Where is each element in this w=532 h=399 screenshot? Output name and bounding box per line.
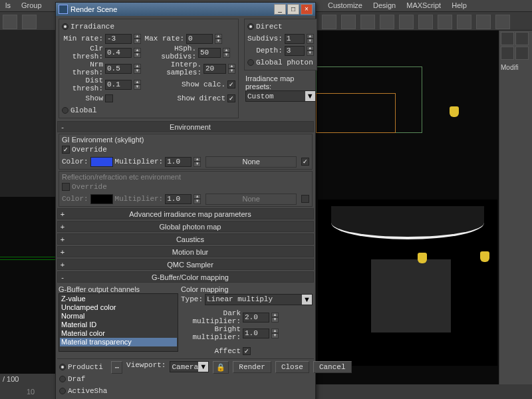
global-radio[interactable] <box>62 107 68 114</box>
menu-item[interactable]: ls <box>0 0 16 11</box>
toolbar-button[interactable] <box>399 15 414 29</box>
caustics-rollout[interactable]: +Caustics <box>57 233 314 245</box>
viewport-perspective[interactable] <box>318 200 497 366</box>
panel-tab[interactable] <box>501 32 514 45</box>
rr-color-swatch[interactable] <box>90 194 113 204</box>
spinner-buttons[interactable]: ▲▼ <box>271 313 279 323</box>
show-calc-checkbox[interactable]: ✓ <box>227 80 235 88</box>
minimize-button[interactable]: _ <box>274 4 286 15</box>
menu-item[interactable]: Customize <box>323 0 368 11</box>
cancel-button[interactable]: Cancel <box>313 361 352 373</box>
max-rate-input[interactable] <box>186 34 213 44</box>
list-item[interactable]: Material ID <box>60 321 177 329</box>
toolbar-button[interactable] <box>495 15 510 29</box>
spinner-buttons[interactable]: ▲▼ <box>228 64 235 74</box>
spinner-buttons[interactable]: ▲▼ <box>134 34 141 44</box>
min-rate-input[interactable] <box>105 34 132 44</box>
toolbar-button[interactable] <box>438 15 452 29</box>
dark-mult-input[interactable] <box>243 313 269 323</box>
viewport-top-left[interactable] <box>0 31 55 197</box>
list-item[interactable]: Normal <box>60 312 177 321</box>
list-item[interactable]: Material color <box>60 329 177 338</box>
toolbar-button[interactable] <box>3 15 17 29</box>
panel-tab[interactable] <box>515 47 529 60</box>
activeshade-radio[interactable] <box>59 388 66 394</box>
gi-environment-group: GI Environment (skylight) ✓Override Colo… <box>59 134 313 170</box>
toolbar-button[interactable] <box>380 15 394 29</box>
gi-color-swatch[interactable] <box>90 157 113 167</box>
time-slider[interactable]: / 100 <box>0 374 60 384</box>
rr-map-checkbox <box>301 195 309 203</box>
gi-map-checkbox[interactable]: ✓ <box>301 158 309 166</box>
irradiance-label: Irradiance <box>70 23 114 31</box>
environment-rollout-header[interactable]: -Environment <box>57 121 314 132</box>
presets-dropdown[interactable]: Custom▼ <box>245 90 316 102</box>
toolbar-button[interactable] <box>341 15 356 29</box>
viewport-label: Viewport: <box>126 361 166 369</box>
maximize-button[interactable]: □ <box>287 4 299 15</box>
toolbar-button[interactable] <box>360 15 375 29</box>
global-photon-radio[interactable] <box>247 59 254 66</box>
menu-item[interactable]: Group <box>16 0 47 11</box>
depth-input[interactable] <box>285 46 305 56</box>
qmc-sampler-rollout[interactable]: +QMC Sampler <box>57 259 314 270</box>
light-icon <box>450 106 459 117</box>
list-item[interactable]: Z-value <box>60 295 177 303</box>
viewport-dropdown[interactable]: Camera01▼ <box>170 361 209 372</box>
toolbar-button[interactable] <box>418 15 433 29</box>
toolbar-button[interactable] <box>322 15 336 29</box>
spinner-buttons[interactable]: ▲▼ <box>307 46 314 56</box>
spinner-buttons[interactable]: ▲▼ <box>223 48 230 58</box>
preset-button[interactable]: ⋯ <box>111 361 122 374</box>
panel-tab[interactable] <box>515 32 529 45</box>
list-item[interactable]: Unclamped color <box>60 303 177 312</box>
lock-button[interactable]: 🔒 <box>213 361 229 374</box>
toolbar-button[interactable] <box>457 15 471 29</box>
gbuffer-rollout[interactable]: -G-Buffer/Color mapping <box>57 271 314 283</box>
close-button[interactable]: Close <box>275 361 309 373</box>
render-scene-dialog: Render Scene _ □ × Irradiance Min rate: … <box>55 2 316 399</box>
close-button[interactable]: × <box>301 4 313 15</box>
production-radio[interactable] <box>59 364 66 370</box>
menu-item[interactable]: MAXScript <box>401 0 446 11</box>
spinner-buttons[interactable]: ▲▼ <box>134 48 141 58</box>
spinner-buttons[interactable]: ▲▼ <box>271 329 279 338</box>
spinner-buttons[interactable]: ▲▼ <box>134 64 141 74</box>
draft-radio[interactable] <box>59 376 66 382</box>
gi-multiplier-input[interactable] <box>165 157 192 167</box>
spinner-buttons[interactable]: ▲▼ <box>194 157 201 167</box>
show-direct-checkbox[interactable]: ✓ <box>227 94 235 102</box>
list-item[interactable]: Material transparency <box>60 338 177 346</box>
spinner-buttons[interactable]: ▲▼ <box>307 34 314 44</box>
bright-mult-input[interactable] <box>243 329 269 338</box>
hsph-input[interactable] <box>198 48 221 58</box>
toolbar-button[interactable] <box>476 15 491 29</box>
adv-irradiance-rollout[interactable]: +Advanced irradiance map parameters <box>57 208 314 219</box>
spinner-buttons[interactable]: ▲▼ <box>134 80 141 90</box>
motion-blur-rollout[interactable]: +Motion blur <box>57 246 314 257</box>
chevron-down-icon: ▼ <box>302 295 312 305</box>
menu-item[interactable]: Help <box>446 0 472 11</box>
interp-input[interactable] <box>203 64 226 74</box>
affect-checkbox[interactable]: ✓ <box>243 347 251 355</box>
menu-item[interactable]: Design <box>368 0 401 11</box>
titlebar[interactable]: Render Scene _ □ × <box>56 3 315 16</box>
render-button[interactable]: Render <box>233 361 271 373</box>
gbuffer-listbox[interactable]: Z-value Unclamped color Normal Material … <box>59 293 178 352</box>
direct-radio[interactable] <box>247 23 254 30</box>
gi-override-checkbox[interactable]: ✓ <box>62 146 70 154</box>
irradiance-radio[interactable] <box>62 23 68 30</box>
gi-map-button[interactable]: None <box>205 156 297 168</box>
viewport-top-right[interactable] <box>316 66 456 180</box>
toolbar-button[interactable] <box>22 15 37 29</box>
global-photon-rollout[interactable]: +Global photon map <box>57 221 314 232</box>
clr-thresh-input[interactable] <box>105 48 132 58</box>
panel-tab[interactable] <box>501 47 514 60</box>
color-mapping-type-dropdown[interactable]: Linear multiply▼ <box>205 294 313 305</box>
spinner-buttons[interactable]: ▲▼ <box>215 34 222 44</box>
nrm-thresh-input[interactable] <box>105 64 132 74</box>
rr-override-checkbox[interactable] <box>62 183 70 191</box>
subdivs-input[interactable] <box>285 34 305 44</box>
dist-thresh-input[interactable] <box>105 80 132 90</box>
show-checkbox[interactable] <box>105 94 113 102</box>
